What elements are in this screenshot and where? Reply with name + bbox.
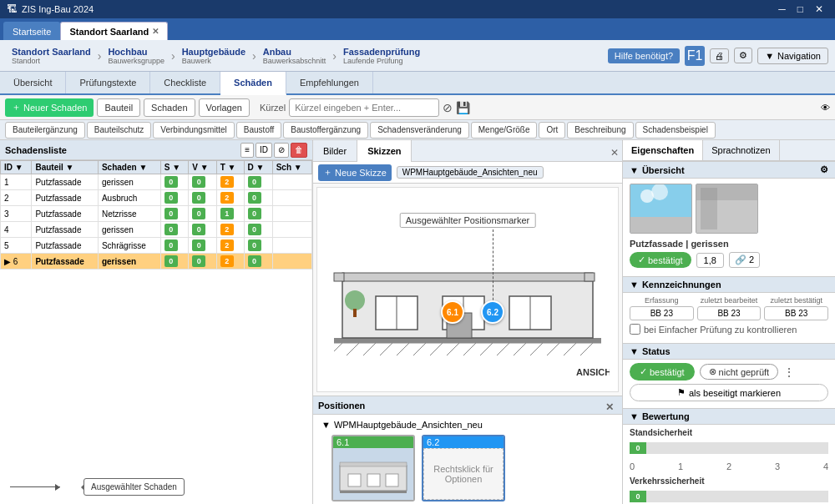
status-t2: 2 <box>220 192 234 204</box>
copy-icon-badge[interactable]: 🔗 2 <box>729 252 760 268</box>
title-bar-left: 🏗 ZIS Ing-Bau 2024 <box>7 3 94 15</box>
einfache-pruefung-checkbox[interactable] <box>630 324 640 335</box>
sketch-close-icon[interactable]: ✕ <box>610 147 619 159</box>
kennzeichnungen-section-header[interactable]: ▼ Kennzeichnungen <box>623 276 835 293</box>
list-view-btn[interactable]: ≡ <box>240 143 254 158</box>
tab-bilder[interactable]: Bilder <box>313 140 357 162</box>
col-v[interactable]: V ▼ <box>189 161 216 174</box>
minimize-button[interactable]: ─ <box>773 0 791 18</box>
tab-checkliste[interactable]: Checkliste <box>150 72 220 93</box>
col-s[interactable]: S ▼ <box>160 161 188 174</box>
als-beseitigt-btn[interactable]: ⚑ als beseitigt markieren <box>630 384 828 401</box>
bauteilschutz-btn[interactable]: Bauteilschutz <box>87 122 151 139</box>
tab-uebersicht[interactable]: Übersicht <box>0 72 66 93</box>
schadensbeispiel-btn[interactable]: Schadensbeispiel <box>635 122 716 139</box>
kuerzel-input[interactable] <box>289 98 439 117</box>
col-sch[interactable]: Sch ▼ <box>272 161 311 174</box>
svg-line-7 <box>413 343 426 355</box>
title-bar-controls: ─ □ ✕ <box>773 0 828 18</box>
table-row-selected[interactable]: ▶ 6 Putzfassade gerissen 0 0 2 0 <box>1 254 312 270</box>
position-thumb-svg-6-1 <box>336 449 411 499</box>
tab-standort[interactable]: Standort Saarland ✕ <box>60 22 168 40</box>
tab-sprachnotizen[interactable]: Sprachnotizen <box>703 140 779 160</box>
settings-button[interactable]: ⚙ <box>734 48 752 63</box>
table-row[interactable]: 3 Putzfassade Netzrisse 0 0 1 0 <box>1 206 312 222</box>
breadcrumb-standort[interactable]: Standort Saarland Standort <box>7 45 96 67</box>
col-d[interactable]: D ▼ <box>244 161 272 174</box>
tab-empfehlungen[interactable]: Empfehlungen <box>286 72 373 93</box>
col-t[interactable]: T ▼ <box>216 161 244 174</box>
positions-close-icon[interactable]: ✕ <box>605 401 614 413</box>
svg-line-4 <box>363 343 376 355</box>
table-row[interactable]: 1 Putzfassade gerissen 0 0 2 0 <box>1 174 312 190</box>
tab-skizzen[interactable]: Skizzen <box>357 140 412 162</box>
baustoff-btn[interactable]: Baustoff <box>236 122 282 139</box>
tab-home[interactable]: Startseite <box>3 22 60 40</box>
position-placeholder-6-2[interactable]: Rechtsklick für Optionen <box>423 448 504 500</box>
photo-thumb-1[interactable] <box>630 184 692 234</box>
tree-item-root[interactable]: ▼ WPMHauptgebäude_Ansichten_neu <box>318 418 617 431</box>
maximize-button[interactable]: □ <box>792 0 808 18</box>
rating-number: 1,8 <box>696 253 724 268</box>
delete-btn[interactable]: 🗑 <box>291 143 307 158</box>
filter-icon[interactable]: ⊘ <box>443 101 453 114</box>
nicht-geprueft-btn[interactable]: ⊗ nicht geprüft <box>700 364 779 380</box>
verkehrssicherheit-bar: 0 <box>630 488 828 504</box>
col-id[interactable]: ID ▼ <box>1 161 32 174</box>
breadcrumb-fassadenpruefung[interactable]: Fassadenprüfung Laufende Prüfung <box>338 45 425 67</box>
building-sketch: ANSICHT <box>326 204 610 380</box>
table-row[interactable]: 4 Putzfassade gerissen 0 0 2 0 <box>1 222 312 238</box>
bauteilergaenzung-btn[interactable]: Bauteilergänzung <box>5 122 85 139</box>
status-more-btn[interactable]: ⋮ <box>783 365 795 379</box>
tab-pruefungstexte[interactable]: Prüfungstexte <box>66 72 150 93</box>
schadensveraenderung-btn[interactable]: Schadensveränderung <box>370 122 469 139</box>
verbindungsmittel-btn[interactable]: Verbindungsmittel <box>153 122 235 139</box>
position-item-6-1[interactable]: 6.1 <box>331 435 415 501</box>
status-v5: 0 <box>192 239 205 251</box>
eye-icon[interactable]: 👁 <box>821 103 830 113</box>
col-bauteil[interactable]: Bauteil ▼ <box>32 161 99 174</box>
save-icon[interactable]: 💾 <box>456 101 470 114</box>
close-button[interactable]: ✕ <box>810 0 828 18</box>
tab-schaeden[interactable]: Schäden <box>220 72 286 95</box>
position-item-6-2[interactable]: 6.2 Rechtsklick für Optionen <box>422 435 505 501</box>
tab-close-icon[interactable]: ✕ <box>152 27 159 36</box>
settings-icon-right[interactable]: ⚙ <box>820 164 828 175</box>
bewertung-section-header[interactable]: ▼ Bewertung <box>623 408 835 425</box>
bauteil-button[interactable]: Bauteil <box>97 98 140 117</box>
breadcrumb-hochbau[interactable]: Hochbau Bauwerksgruppe <box>103 45 170 67</box>
status-section-header[interactable]: ▼ Status <box>623 343 835 360</box>
navigation-button[interactable]: ▼ Navigation <box>757 48 828 64</box>
schaden-callout-area: Ausgewählter Schaden <box>0 470 312 504</box>
f1-button[interactable]: F1 <box>685 46 705 66</box>
filter-btn[interactable]: ⊘ <box>274 143 289 158</box>
breadcrumb-hauptgebaeude[interactable]: Hauptgebäude Bauwerk <box>177 45 250 67</box>
bestaetigt-btn[interactable]: ✓ bestätigt <box>630 363 695 381</box>
marker-6-2[interactable]: 6.2 <box>481 300 504 324</box>
bestaetigt-status-btn[interactable]: ✓ bestätigt <box>630 252 691 268</box>
kennz-col-headers: Erfassung zuletzt bearbeitet zuletzt bes… <box>630 296 828 305</box>
marker-6-1[interactable]: 6.1 <box>441 300 464 324</box>
baustoffergaenzung-btn[interactable]: Baustoffergänzung <box>283 122 368 139</box>
svg-rect-37 <box>340 491 407 493</box>
print-button[interactable]: 🖨 <box>710 48 729 63</box>
tab-eigenschaften[interactable]: Eigenschaften <box>623 140 703 160</box>
help-button[interactable]: Hilfe benötigt? <box>608 48 680 63</box>
kuerzel-label: Kürzel <box>260 103 286 113</box>
id-sort-btn[interactable]: ID <box>256 143 272 158</box>
menge-groesse-btn[interactable]: Menge/Größe <box>471 122 538 139</box>
neue-skizze-button[interactable]: ＋ Neue Skizze <box>318 164 392 181</box>
schaden-button[interactable]: Schaden <box>144 98 195 117</box>
breadcrumb-anbau[interactable]: Anbau Bauwerksabschnitt <box>258 45 331 67</box>
beschreibung-btn[interactable]: Beschreibung <box>567 122 633 139</box>
table-row[interactable]: 2 Putzfassade Ausbruch 0 0 2 0 <box>1 190 312 206</box>
ort-btn[interactable]: Ort <box>539 122 565 139</box>
new-schaden-button[interactable]: ＋ Neuer Schaden <box>5 98 94 117</box>
col-schaden[interactable]: Schaden ▼ <box>98 161 160 174</box>
photos-row <box>630 184 828 234</box>
photo-thumb-2[interactable] <box>696 184 758 234</box>
uebersicht-section-header[interactable]: ▼ Übersicht ⚙ <box>623 161 835 179</box>
vorlagen-button[interactable]: Vorlagen <box>199 98 250 117</box>
table-row[interactable]: 5 Putzfassade Schrägrisse 0 0 2 0 <box>1 238 312 254</box>
status-section-label: Status <box>642 346 671 356</box>
